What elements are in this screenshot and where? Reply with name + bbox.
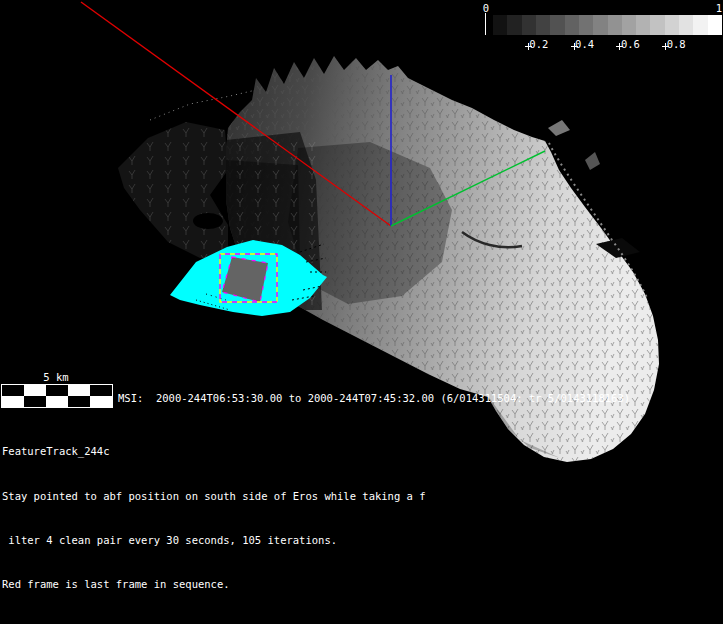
annotation-line: Red frame is last frame in sequence.: [2, 577, 426, 592]
colorbar-max-label: 1: [713, 1, 723, 16]
colorbar-step: [522, 15, 536, 35]
checker-cell: [90, 385, 112, 396]
colorbar-step: [636, 15, 650, 35]
tick-label: 0.4: [568, 38, 602, 50]
checker-cell: [24, 385, 46, 396]
colorbar-step: [493, 15, 507, 35]
annotation-line: ilter 4 clean pair every 30 seconds, 105…: [2, 533, 426, 548]
checker-cell: [68, 385, 90, 396]
checker-cell: [90, 396, 112, 407]
checker-cell: [2, 396, 24, 407]
colorbar-step: [593, 15, 607, 35]
colorbar-gradient: [493, 15, 722, 35]
mesh-hole: [310, 376, 344, 392]
annotation-line: Stay pointed to abf position on south si…: [2, 489, 426, 504]
sequence-title: FeatureTrack_244c: [2, 444, 426, 459]
rim-fragment: [585, 152, 600, 170]
viewport-3d[interactable]: 0 1 0.20.40.60.8 5 km MSI: 2000-244T06:5…: [0, 0, 723, 624]
colorbar-step: [622, 15, 636, 35]
colorbar-step: [579, 15, 593, 35]
tick-label: 0.6: [613, 38, 647, 50]
colorbar-ticks: 0.20.40.60.8: [493, 36, 722, 52]
colorbar-zero-line: [485, 13, 486, 35]
colorbar-min-label: 0: [480, 1, 492, 16]
colorbar-step: [507, 15, 521, 35]
colorbar-step: [550, 15, 564, 35]
checker-cell: [46, 396, 68, 407]
rim-fragment: [548, 120, 570, 136]
asteroid-body: [100, 40, 700, 480]
checker-cell: [68, 396, 90, 407]
colorbar-step: [693, 15, 707, 35]
colorbar-step: [536, 15, 550, 35]
status-line: MSI: 2000-244T06:53:30.00 to 2000-244T07…: [118, 391, 630, 406]
scale-bar-checker: [1, 384, 113, 408]
tick-label: 0.8: [659, 38, 693, 50]
checker-cell: [24, 396, 46, 407]
colorbar-step: [650, 15, 664, 35]
annotation-block: FeatureTrack_244c Stay pointed to abf po…: [2, 415, 426, 621]
checker-cell: [46, 385, 68, 396]
tick-label: 0.2: [522, 38, 556, 50]
scale-bar-label: 5 km: [1, 370, 111, 385]
colorbar-step: [708, 15, 722, 35]
colorbar-step: [679, 15, 693, 35]
mesh-hole: [193, 213, 223, 229]
checker-cell: [2, 385, 24, 396]
colorbar-step: [565, 15, 579, 35]
colorbar-step: [608, 15, 622, 35]
colorbar-step: [665, 15, 679, 35]
